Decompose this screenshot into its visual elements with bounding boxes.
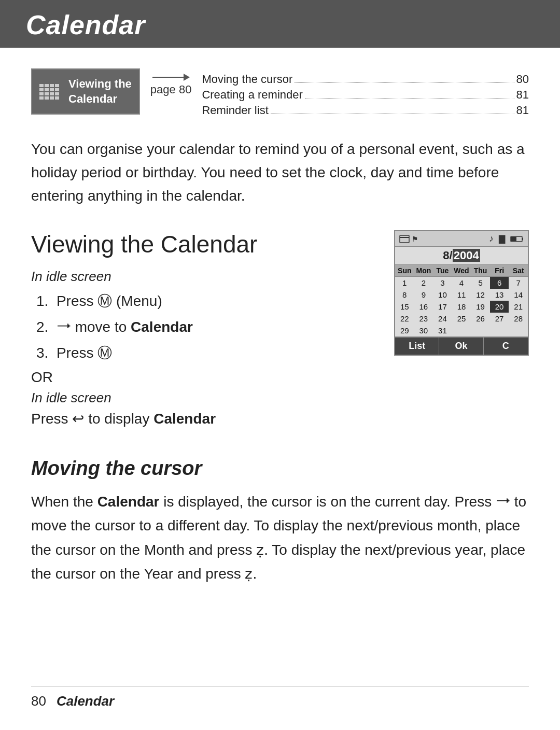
cal-cell: 11 <box>452 289 471 301</box>
cal-signal-icon: ▇ <box>499 234 505 244</box>
cal-cell: 18 <box>452 301 471 313</box>
or-text: OR <box>31 369 373 386</box>
cal-cell: 12 <box>471 289 490 301</box>
idle-label-2: In idle screen <box>31 390 373 406</box>
calendar-widget: ⚑ ♪ ▇ 8/2004 Sun Mon <box>394 230 529 356</box>
toc-item-2: Creating a reminder 81 <box>202 88 529 102</box>
svg-rect-3 <box>522 238 523 240</box>
step-3: 3. Press Ⓜ <box>36 341 373 366</box>
cal-cell-empty <box>509 325 528 336</box>
cal-btn-c[interactable]: C <box>484 338 528 355</box>
press-text: Press ↩ to display Calendar <box>31 410 373 427</box>
day-wed: Wed <box>452 265 471 276</box>
step-1: 1. Press Ⓜ (Menu) <box>36 289 373 314</box>
toc-icon-label: Viewing the Calendar <box>68 77 132 106</box>
cal-cell: 19 <box>471 301 490 313</box>
cal-cell: 13 <box>490 289 509 301</box>
cal-cell: 3 <box>433 277 452 289</box>
cal-grid: 1 2 3 4 5 6 7 8 9 10 11 12 13 14 15 16 1… <box>395 277 528 336</box>
toc-item-1: Moving the cursor 80 <box>202 73 529 86</box>
cal-header: ⚑ ♪ ▇ <box>395 231 528 247</box>
cal-btn-ok[interactable]: Ok <box>439 338 483 355</box>
calendar-mini-icon <box>39 84 59 100</box>
svg-rect-4 <box>511 237 516 241</box>
cal-cell: 7 <box>509 277 528 289</box>
cal-cell: 10 <box>433 289 452 301</box>
page-header: Calendar <box>0 0 560 48</box>
cal-cell: 17 <box>433 301 452 313</box>
cal-cell: 1 <box>395 277 414 289</box>
cal-cell: 21 <box>509 301 528 313</box>
cal-cell: 31 <box>433 325 452 336</box>
cal-btn-list[interactable]: List <box>395 338 439 355</box>
cal-footer: List Ok C <box>395 336 528 355</box>
footer-section-name: Calendar <box>57 693 114 709</box>
moving-cursor-title: Moving the cursor <box>31 457 529 480</box>
viewing-instructions: Viewing the Calendar In idle screen 1. P… <box>31 230 373 431</box>
cal-cell: 28 <box>509 313 528 325</box>
viewing-section: Viewing the Calendar In idle screen 1. P… <box>31 230 529 431</box>
header-title: Calendar <box>26 10 146 40</box>
footer-page-number: 80 <box>31 693 46 709</box>
cal-cell: 14 <box>509 289 528 301</box>
cal-cell-empty <box>471 325 490 336</box>
svg-rect-0 <box>400 235 409 243</box>
cal-cell: 2 <box>414 277 433 289</box>
step-2: 2. ⭢ move to Calendar <box>36 315 373 340</box>
day-mon: Mon <box>414 265 433 276</box>
step-list: 1. Press Ⓜ (Menu) 2. ⭢ move to Calendar … <box>36 289 373 365</box>
cal-cell: 30 <box>414 325 433 336</box>
day-tue: Tue <box>433 265 452 276</box>
toc-section: Viewing the Calendar page 80 Moving the … <box>31 68 529 119</box>
svg-rect-1 <box>400 237 409 238</box>
toc-page-label: page 80 <box>150 83 192 96</box>
cal-cell: 25 <box>452 313 471 325</box>
cal-cell: 29 <box>395 325 414 336</box>
cal-music-icon: ♪ <box>489 233 494 244</box>
cal-month-year: 8/2004 <box>395 247 528 265</box>
cal-cell-20: 20 <box>490 301 509 313</box>
day-sun: Sun <box>395 265 414 276</box>
toc-arrow: page 80 <box>150 74 192 96</box>
toc-list: Moving the cursor 80 Creating a reminder… <box>202 73 529 119</box>
page-footer: 80 Calendar <box>31 686 529 709</box>
cal-days-header: Sun Mon Tue Wed Thu Fri Sat <box>395 265 528 277</box>
cal-cell-empty <box>452 325 471 336</box>
intro-paragraph: You can organise your calendar to remind… <box>31 138 529 207</box>
cal-cell: 8 <box>395 289 414 301</box>
moving-cursor-text: When the Calendar is displayed, the curs… <box>31 490 529 586</box>
day-thu: Thu <box>471 265 490 276</box>
day-fri: Fri <box>490 265 509 276</box>
toc-item-3: Reminder list 81 <box>202 104 529 117</box>
cal-cell: 23 <box>414 313 433 325</box>
cal-cell: 24 <box>433 313 452 325</box>
main-content: Viewing the Calendar page 80 Moving the … <box>0 48 560 633</box>
cal-cell: 27 <box>490 313 509 325</box>
cal-cell: 4 <box>452 277 471 289</box>
cal-cell: 15 <box>395 301 414 313</box>
toc-icon-box: Viewing the Calendar <box>31 68 140 115</box>
cal-cell: 26 <box>471 313 490 325</box>
calendar-header-icon <box>399 235 410 243</box>
viewing-title: Viewing the Calendar <box>31 230 373 258</box>
idle-label-1: In idle screen <box>31 269 373 285</box>
cal-cell-6: 6 <box>490 277 509 289</box>
cal-cell: 9 <box>414 289 433 301</box>
day-sat: Sat <box>509 265 528 276</box>
cal-cell: 5 <box>471 277 490 289</box>
cal-battery-icon <box>510 235 524 243</box>
cal-cell-empty <box>490 325 509 336</box>
cal-cell: 22 <box>395 313 414 325</box>
cal-cell: 16 <box>414 301 433 313</box>
